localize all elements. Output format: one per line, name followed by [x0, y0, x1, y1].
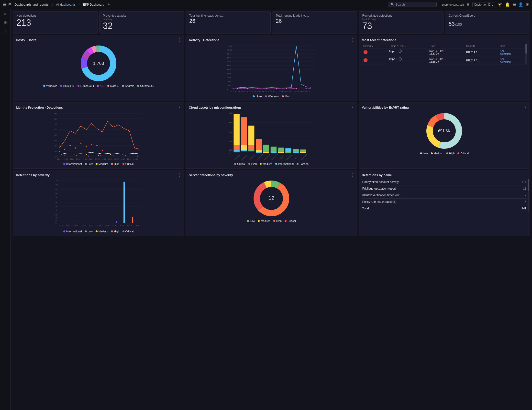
recent-detections-panel: Most recent detections Severity Tactic &…	[359, 35, 530, 101]
legend-macos: MacOS	[107, 84, 119, 87]
svg-text:07-04: 07-04	[257, 91, 261, 92]
hosts-donut-chart: 1,763	[79, 44, 118, 83]
svg-text:12-19: 12-19	[104, 225, 109, 226]
legend-linux: Linux x86	[60, 84, 75, 87]
svg-text:400: 400	[227, 72, 231, 75]
monitor-icon[interactable]: 🖥	[466, 3, 470, 7]
main-content: New detections 213 Prevented attacks Las…	[11, 9, 532, 410]
stat-value-4: 73	[362, 21, 440, 31]
bell-icon[interactable]: 🔔	[505, 2, 510, 7]
customer-id-dropdown[interactable]: Customer ID ∨	[472, 2, 495, 7]
svg-text:60: 60	[55, 201, 57, 203]
svg-text:08-22: 08-22	[102, 158, 106, 160]
svg-point-85	[86, 146, 87, 147]
legend-low-server: Low	[247, 219, 255, 222]
col-severity: Severity	[362, 44, 388, 48]
stat-value-0: 213	[16, 18, 94, 28]
stat-sub-5: /100	[455, 23, 462, 26]
det-name-list-wrapper: Honeytoken account activity 114 Privileg…	[362, 179, 527, 212]
search-input[interactable]	[396, 3, 434, 6]
server-det-menu[interactable]: ⋮	[351, 173, 355, 177]
user-icon[interactable]: 👤	[518, 2, 523, 7]
det-name-count-2: 7	[525, 194, 526, 197]
svg-rect-149	[293, 152, 299, 153]
detection-link-1[interactable]: Seedetection	[498, 56, 527, 64]
sidebar-edit-icon[interactable]: ✏	[4, 12, 7, 16]
svg-text:01-16: 01-16	[112, 225, 116, 226]
table-row: Impa... i Mar. 20, 202315:55:19 RELY-RA.…	[362, 56, 527, 64]
svg-rect-132	[241, 145, 247, 150]
vuln-menu-icon[interactable]: ⋮	[523, 105, 527, 110]
identity-menu-icon[interactable]: ⋮	[177, 105, 181, 110]
vuln-donut-container: 651.6K Low Medium High Critical	[362, 111, 527, 155]
det-name-label-0: Honeytoken account activity	[362, 180, 399, 184]
svg-rect-134	[248, 125, 254, 145]
activity-menu-icon[interactable]: ⋮	[351, 38, 355, 42]
bookmark-icon[interactable]: ⚑	[107, 3, 110, 7]
detection-link-0[interactable]: Seedetection	[498, 48, 527, 56]
all-dashboards-link[interactable]: All dashboards	[56, 3, 76, 6]
svg-text:90: 90	[55, 188, 57, 190]
det-name-scrollbar	[528, 179, 529, 212]
info-icon-0[interactable]: i	[399, 49, 402, 53]
det-name-scrollbar-thumb[interactable]	[528, 179, 529, 191]
detection-severity-1	[362, 56, 388, 64]
stat-value-1: 32	[103, 21, 181, 31]
settings-icon[interactable]: ☀	[526, 2, 529, 7]
svg-text:08-01: 08-01	[66, 225, 71, 226]
sidebar-settings-icon[interactable]: ⚙	[4, 20, 7, 25]
stat-value-3: 26	[276, 18, 354, 24]
nav-menu-icon[interactable]: ☰	[3, 2, 6, 7]
det-sev-menu[interactable]: ⋮	[177, 173, 181, 177]
svg-point-37	[276, 88, 277, 89]
svg-text:06-27: 06-27	[89, 158, 93, 160]
search-bar[interactable]: 🔍	[388, 2, 437, 7]
stat-cards-row: New detections 213 Prevented attacks Las…	[13, 11, 530, 34]
legend-crit-vuln: Critical	[457, 152, 469, 155]
svg-text:07-25: 07-25	[95, 158, 100, 160]
svg-text:06-08: 06-08	[252, 91, 256, 92]
nav-page-title: EPP Dashboard	[83, 3, 104, 6]
svg-text:08-10: 08-10	[262, 91, 267, 92]
svg-point-36	[266, 88, 267, 89]
svg-text:20: 20	[55, 217, 57, 219]
user-email[interactable]: Search@7271f1ad	[442, 3, 464, 6]
det-name-count-3: 5	[525, 200, 526, 204]
sidebar-expand-icon[interactable]: ⤢	[4, 29, 7, 34]
svg-point-81	[64, 148, 65, 150]
list-icon[interactable]: ☰	[512, 2, 516, 7]
table-row: Impa... i Mar. 20, 202315:57:20 RELY-RA.…	[362, 48, 527, 56]
falcon-icon[interactable]: 🦅	[498, 2, 503, 7]
cloud-assets-bar-chart: 5000 4000 3000 2000 1000 0	[189, 111, 354, 160]
stat-label-1: Prevented attacks	[103, 14, 181, 17]
svg-point-88	[102, 150, 103, 151]
svg-text:08-29: 08-29	[74, 225, 78, 226]
hosts-menu-icon[interactable]: ⋮	[177, 38, 181, 42]
svg-text:1000: 1000	[227, 49, 232, 51]
nav-grid-icon[interactable]: ⊞	[8, 2, 11, 7]
svg-point-89	[61, 154, 62, 155]
stat-remediated: Remediated detections Last 30 days 73	[359, 11, 444, 34]
svg-text:300: 300	[227, 76, 231, 79]
cloud-assets-menu-icon[interactable]: ⋮	[351, 105, 355, 110]
svg-text:02-13: 02-13	[295, 91, 299, 92]
legend-critical-cloud: Critical	[234, 162, 245, 165]
legend-low: Low	[85, 162, 93, 165]
svg-text:60: 60	[55, 129, 57, 131]
svg-rect-136	[248, 149, 254, 151]
legend-medium-cloud: Medium	[260, 162, 272, 165]
svg-text:50: 50	[55, 205, 57, 207]
svg-rect-144	[278, 148, 284, 152]
scrollbar-thumb[interactable]	[525, 44, 527, 54]
svg-text:i: i	[400, 50, 400, 53]
svg-rect-138	[256, 150, 262, 152]
svg-text:EC2 Instance: EC2 Instance	[248, 155, 255, 160]
info-icon-1[interactable]: i	[399, 57, 402, 61]
svg-text:03-14: 03-14	[235, 91, 240, 92]
svg-marker-56	[364, 50, 367, 54]
svg-text:04-10: 04-10	[135, 225, 139, 226]
svg-text:10-11: 10-11	[273, 91, 277, 92]
svg-text:5000: 5000	[229, 112, 233, 114]
svg-text:20: 20	[55, 150, 57, 152]
svg-text:900: 900	[227, 53, 231, 55]
